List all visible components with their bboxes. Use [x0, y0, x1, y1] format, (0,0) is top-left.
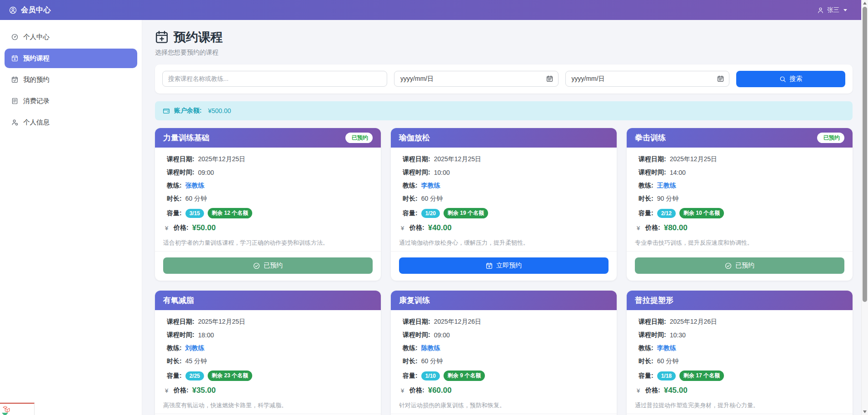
yen-icon: ¥	[635, 387, 642, 394]
account-balance-banner: 账户余额: ¥500.00	[155, 101, 853, 120]
main-content: 预约课程 选择您想要预约的课程 yyyy/mm/日 yyyy/mm/日 搜索 账…	[142, 20, 868, 415]
course-date-value: 2025年12月25日	[198, 318, 245, 326]
search-button[interactable]: 搜索	[736, 71, 845, 87]
top-navbar: 会员中心 张三	[0, 0, 868, 20]
date-from-input[interactable]: yyyy/mm/日	[394, 71, 558, 87]
course-price-value: ¥80.00	[664, 223, 688, 232]
sidebar-item[interactable]: 个人信息	[5, 113, 137, 132]
scroll-up-arrow[interactable]	[863, 2, 867, 5]
course-date-row: 课程日期: 2025年12月26日	[399, 318, 609, 326]
course-price-row: ¥ 价格: ¥80.00	[635, 223, 844, 232]
course-capacity-row: 容量: 1/20 剩余 19 个名额	[399, 208, 609, 218]
course-card: 有氧减脂 课程日期: 2025年12月25日 课程时间: 18:00 教练: 刘…	[155, 291, 381, 415]
calendar-icon[interactable]	[717, 75, 724, 82]
course-capacity-row: 容量: 2/12 剩余 10 个名额	[635, 208, 844, 218]
course-card-footer: 已预约	[155, 251, 381, 281]
course-capacity-row: 容量: 2/25 剩余 23 个名额	[163, 371, 373, 381]
sidebar-item-label: 个人信息	[23, 118, 50, 127]
course-time-row: 课程时间: 10:00	[399, 168, 609, 177]
course-card: 拳击训练 已预约 课程日期: 2025年12月25日 课程时间: 14:00 教…	[627, 128, 853, 281]
caret-down-icon	[843, 9, 847, 11]
course-price-row: ¥ 价格: ¥35.00	[163, 386, 373, 395]
course-coach-row: 教练: 王教练	[635, 182, 844, 190]
sidebar-item[interactable]: 个人中心	[5, 27, 137, 47]
coach-link[interactable]: 李教练	[421, 182, 440, 190]
course-price-value: ¥45.00	[664, 386, 688, 395]
user-name: 张三	[827, 6, 839, 14]
course-price-row: ¥ 价格: ¥40.00	[399, 223, 609, 232]
course-title: 拳击训练	[635, 133, 666, 143]
vue-logo-icon	[2, 413, 8, 415]
course-coach-row: 教练: 李教练	[399, 182, 609, 190]
course-time-value: 10:30	[670, 331, 686, 339]
sidebar-item-label: 我的预约	[23, 75, 50, 84]
course-card-header: 力量训练基础 已预约	[155, 128, 381, 148]
page-title-text: 预约课程	[174, 29, 223, 45]
course-coach-row: 教练: 刘教练	[163, 344, 373, 352]
booked-button[interactable]: 已预约	[635, 257, 844, 274]
course-duration-value: 60 分钟	[421, 357, 443, 366]
calendar-plus-icon	[11, 55, 18, 62]
course-coach-row: 教练: 陈教练	[399, 344, 609, 352]
course-card-header: 有氧减脂	[155, 291, 381, 310]
scrollbar-thumb[interactable]	[863, 7, 867, 302]
sidebar-item[interactable]: 预约课程	[5, 49, 137, 68]
calendar-icon[interactable]	[546, 75, 553, 82]
wallet-icon	[163, 107, 170, 114]
app-title: 会员中心	[21, 5, 51, 15]
search-input[interactable]	[162, 71, 387, 87]
remaining-badge: 剩余 10 个名额	[679, 208, 724, 218]
capacity-badge: 3/15	[185, 209, 204, 218]
date-from-value: yyyy/mm/日	[400, 75, 434, 83]
course-time-row: 课程时间: 14:00	[635, 168, 844, 177]
course-time-row: 课程时间: 18:00	[163, 331, 373, 339]
course-title: 普拉提塑形	[635, 295, 673, 306]
course-card-header: 普拉提塑形	[627, 291, 853, 310]
laravel-debugbar-badge[interactable]	[0, 403, 35, 415]
course-description: 专业拳击技巧训练，提升反应速度和协调性。	[635, 238, 844, 247]
course-duration-value: 90 分钟	[657, 195, 678, 203]
course-date-row: 课程日期: 2025年12月25日	[635, 155, 844, 163]
course-price-row: ¥ 价格: ¥60.00	[399, 386, 609, 395]
course-grid: 力量训练基础 已预约 课程日期: 2025年12月25日 课程时间: 09:00…	[155, 128, 853, 415]
speedometer-icon	[11, 34, 18, 40]
remaining-badge: 剩余 17 个名额	[679, 371, 724, 381]
course-title: 力量训练基础	[163, 133, 210, 143]
calendar-plus-icon	[486, 262, 493, 269]
check-circle-icon	[253, 262, 260, 269]
coach-link[interactable]: 王教练	[657, 182, 676, 190]
coach-link[interactable]: 李教练	[657, 344, 676, 352]
course-card-footer: 已预约	[627, 251, 853, 281]
scroll-down-arrow[interactable]	[863, 410, 867, 413]
sidebar-item[interactable]: 消费记录	[5, 91, 137, 111]
booked-status-badge: 已预约	[345, 133, 373, 143]
course-time-value: 09:00	[434, 331, 450, 339]
remaining-badge: 剩余 9 个名额	[444, 371, 485, 381]
remaining-badge: 剩余 12 个名额	[208, 208, 252, 218]
course-description: 适合初学者的力量训练课程，学习正确的动作姿势和训练方法。	[163, 238, 373, 247]
date-to-input[interactable]: yyyy/mm/日	[565, 71, 729, 87]
remaining-badge: 剩余 23 个名额	[208, 371, 252, 381]
app-brand: 会员中心	[9, 5, 51, 15]
sidebar-item-label: 消费记录	[23, 97, 50, 105]
coach-link[interactable]: 刘教练	[185, 344, 205, 352]
course-duration-row: 时长: 60 分钟	[399, 357, 609, 366]
sidebar-item[interactable]: 我的预约	[5, 70, 137, 89]
course-time-value: 09:00	[198, 169, 214, 176]
booked-button[interactable]: 已预约	[163, 257, 373, 274]
course-price-value: ¥35.00	[192, 386, 216, 395]
course-description: 高强度有氧运动，快速燃烧卡路里，科学减脂。	[163, 401, 373, 410]
capacity-badge: 1/18	[657, 371, 676, 380]
course-price-row: ¥ 价格: ¥45.00	[635, 386, 844, 395]
coach-link[interactable]: 张教练	[185, 182, 205, 190]
capacity-badge: 1/10	[421, 371, 440, 380]
book-now-button[interactable]: 立即预约	[399, 257, 609, 274]
course-date-row: 课程日期: 2025年12月25日	[399, 155, 609, 163]
yen-icon: ¥	[399, 225, 406, 232]
user-menu[interactable]: 张三	[817, 6, 847, 14]
course-time-value: 18:00	[198, 331, 214, 339]
course-duration-row: 时长: 90 分钟	[635, 195, 844, 203]
coach-link[interactable]: 陈教练	[421, 344, 440, 352]
course-capacity-row: 容量: 3/15 剩余 12 个名额	[163, 208, 373, 218]
course-duration-row: 时长: 60 分钟	[635, 357, 844, 366]
